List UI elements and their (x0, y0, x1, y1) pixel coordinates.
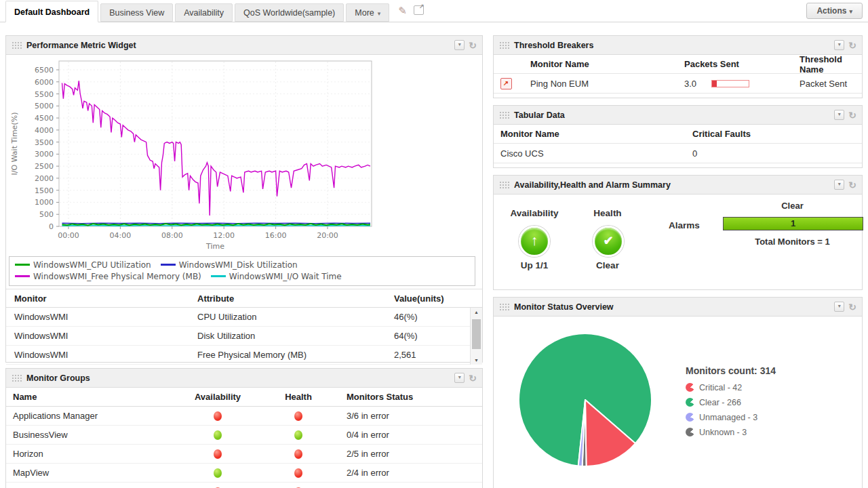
svg-text:I/O Wait Time(%): I/O Wait Time(%) (10, 113, 19, 176)
availability-status-dot (214, 430, 222, 440)
metric-table-row[interactable]: WindowsWMIDisk Utilization64(%) (6, 327, 482, 346)
drag-handle-icon[interactable] (499, 111, 510, 119)
total-monitors-label: Total Monitors = 1 (723, 237, 862, 247)
metric-table-row[interactable]: WindowsWMIFree Physical Memory (MB)2,561 (6, 346, 482, 365)
pie-glyph-icon (686, 383, 694, 392)
monitor-group-row[interactable]: MapView2/4 in error (6, 464, 482, 483)
drag-handle-icon[interactable] (12, 374, 22, 382)
legend-item: WindowsWMI_I/O Wait Time (211, 272, 342, 281)
col-packets-sent: Packets Sent (673, 59, 796, 69)
pie-glyph-icon (686, 413, 694, 422)
monitor-groups-header: Name Availability Health Monitors Status (6, 388, 482, 407)
table-scrollbar[interactable]: ▲ ▼ (470, 308, 482, 365)
col-availability: Availability (182, 392, 253, 402)
availability-status-dot (214, 468, 222, 478)
svg-text:16:00: 16:00 (265, 231, 287, 240)
drag-handle-icon[interactable] (499, 41, 510, 49)
widget-header: Performance Metric Widget ▾ ↻ (6, 36, 482, 55)
col-value: Value(units) (394, 293, 482, 304)
pie-legend-item: Unmanaged - 3 (686, 412, 776, 427)
availability-status-dot (214, 449, 222, 459)
monitor-group-row[interactable]: Applications Manager3/6 in error (6, 407, 482, 426)
open-new-window-icon[interactable]: ↗ (414, 5, 424, 17)
tab-more[interactable]: More▾ (346, 3, 389, 22)
pie-glyph-icon (686, 398, 694, 407)
widget-menu-icon[interactable]: ▾ (834, 302, 844, 312)
refresh-icon[interactable]: ↻ (469, 40, 477, 51)
refresh-icon[interactable]: ↻ (848, 110, 856, 121)
pie-legend: Monitors count: 314 Critical - 42Clear -… (686, 365, 776, 442)
metric-table-header: Monitor Attribute Value(units) (6, 289, 482, 308)
svg-text:0: 0 (49, 222, 54, 231)
threshold-breach-icon: ↗ (500, 78, 512, 89)
tab-default-dashboard[interactable]: Default Dashboard (5, 1, 98, 22)
svg-text:3500: 3500 (35, 138, 54, 147)
svg-text:3000: 3000 (35, 150, 54, 159)
widget-performance-metric: Performance Metric Widget ▾ ↻ 0500100015… (5, 35, 483, 363)
widget-header: Threshold Breakers ▾ ↻ (494, 36, 862, 55)
metric-table-row[interactable]: WindowsWMICPU Utilization46(%) (6, 308, 482, 327)
monitors-count-label: Monitors count: 314 (686, 365, 776, 376)
threshold-bar (711, 80, 749, 87)
refresh-icon[interactable]: ↻ (469, 373, 477, 384)
widget-menu-icon[interactable]: ▾ (834, 110, 844, 120)
monitor-group-row[interactable]: Monitor Group1/6 in error (6, 483, 482, 488)
widget-menu-icon[interactable]: ▾ (834, 180, 844, 190)
legend-swatch (15, 275, 30, 277)
col-monitors-status: Monitors Status (344, 392, 482, 402)
widget-header: Tabular Data ▾ ↻ (494, 106, 862, 125)
alarms-label: Alarms (669, 220, 700, 230)
svg-text:5500: 5500 (35, 90, 54, 99)
svg-text:00:00: 00:00 (58, 231, 79, 240)
col-monitor-name: Monitor Name (518, 59, 673, 69)
widget-title: Monitor Groups (26, 373, 90, 383)
refresh-icon[interactable]: ↻ (848, 40, 856, 51)
widget-menu-icon[interactable]: ▾ (454, 40, 465, 50)
svg-text:1000: 1000 (35, 198, 54, 207)
tab-business-view[interactable]: Business View (100, 3, 173, 22)
health-status-dot (294, 468, 302, 478)
legend-swatch (211, 275, 226, 277)
actions-button[interactable]: Actions▾ (806, 3, 863, 19)
svg-text:1500: 1500 (35, 186, 54, 195)
svg-text:2500: 2500 (35, 162, 54, 171)
refresh-icon[interactable]: ↻ (848, 180, 856, 190)
scrollbar-thumb[interactable] (472, 319, 481, 349)
widget-title: Availability,Health and Alarm Summary (514, 180, 671, 190)
threshold-breaker-row[interactable]: ↗Ping Non EUM3.0Packet Sent (494, 74, 862, 94)
alarm-count-bar[interactable]: 1 (723, 217, 863, 230)
widget-header: Monitor Groups ▾ ↻ (6, 369, 482, 388)
health-status-dot (294, 449, 302, 459)
tab-qos-worldwide-sample-[interactable]: QoS Worldwide(sample) (235, 3, 344, 22)
pie-glyph-icon (686, 428, 694, 436)
refresh-icon[interactable]: ↻ (848, 302, 856, 312)
drag-handle-icon[interactable] (499, 303, 510, 310)
health-status-dot (294, 411, 302, 421)
tab-availability[interactable]: Availability (175, 3, 233, 22)
widget-monitor-groups: Monitor Groups ▾ ↻ Name Availability Hea… (5, 368, 483, 488)
health-clear-icon: ✔ (593, 226, 624, 257)
widget-menu-icon[interactable]: ▾ (834, 40, 844, 50)
health-status-dot (294, 430, 302, 440)
performance-line-chart: 0500100015002000250030003500400045005000… (6, 55, 481, 253)
svg-text:6000: 6000 (35, 78, 54, 87)
drag-handle-icon[interactable] (499, 181, 510, 188)
drag-handle-icon[interactable] (12, 41, 22, 49)
widget-menu-icon[interactable]: ▾ (454, 373, 465, 383)
col-name: Name (6, 392, 182, 402)
alarm-bar-title: Clear (723, 201, 862, 211)
scroll-down-icon[interactable]: ▼ (471, 358, 482, 363)
monitor-status-pie-chart (494, 317, 684, 487)
monitor-group-row[interactable]: Horizon2/5 in error (6, 445, 482, 464)
tab-list: Default DashboardBusiness ViewAvailabili… (0, 1, 391, 22)
availability-status-dot (214, 411, 222, 421)
scroll-up-icon[interactable]: ▲ (471, 310, 482, 314)
tabular-data-row[interactable]: Cisco UCS0 (494, 144, 862, 163)
edit-dashboard-icon[interactable]: ✎ (398, 5, 407, 17)
widget-header: Monitor Status Overview ▾ ↻ (494, 298, 862, 317)
widget-header: Availability,Health and Alarm Summary ▾ … (494, 176, 862, 195)
monitor-group-row[interactable]: BusinessView0/4 in error (6, 426, 482, 445)
svg-text:20:00: 20:00 (317, 231, 338, 240)
actions-label: Actions (816, 6, 846, 16)
svg-text:4000: 4000 (35, 126, 54, 135)
